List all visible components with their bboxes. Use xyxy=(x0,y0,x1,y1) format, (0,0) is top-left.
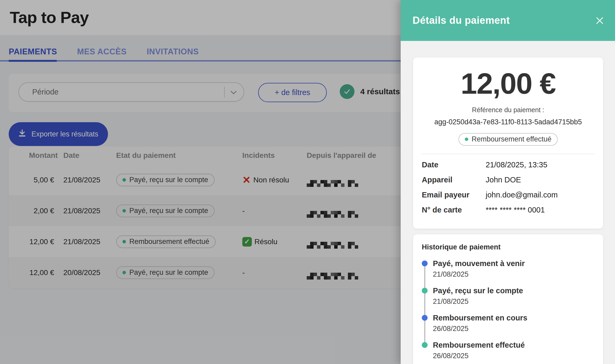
timeline-dot-icon xyxy=(422,342,428,348)
history-item-date: 21/08/2025 xyxy=(433,297,594,306)
status-dot-icon xyxy=(465,138,468,141)
history-timeline: Payé, mouvement à venir 21/08/2025 Payé,… xyxy=(422,259,594,360)
payment-history-card: Historique de paiement Payé, mouvement à… xyxy=(413,234,603,364)
panel-header: Détails du paiement xyxy=(401,0,615,41)
history-item-label: Payé, mouvement à venir xyxy=(433,259,594,268)
divider xyxy=(422,154,594,154)
field-label: Appareil xyxy=(422,176,486,184)
field-row-email: Email payeur john.doe@gmail.com xyxy=(422,191,594,206)
panel-title: Détails du paiement xyxy=(413,15,510,26)
field-row-carte: N° de carte **** **** **** 0001 xyxy=(422,206,594,221)
history-item: Remboursement en cours 26/08/2025 xyxy=(422,314,594,333)
payment-status-badge-label: Remboursement effectué xyxy=(472,135,552,143)
payment-details-panel: Détails du paiement 12,00 € Référence du… xyxy=(401,0,615,364)
field-label: Email payeur xyxy=(422,191,486,199)
history-item-date: 26/08/2025 xyxy=(433,325,594,333)
tap-to-pay-page: Tap to Pay PAIEMENTS MES ACCÈS INVITATIO… xyxy=(0,0,615,364)
payment-amount: 12,00 € xyxy=(422,68,594,99)
payment-reference-value: agg-0250d43a-7e83-11f0-8113-5adad4715bb5 xyxy=(422,118,594,126)
panel-body: 12,00 € Référence du paiement : agg-0250… xyxy=(401,41,615,364)
field-label: N° de carte xyxy=(422,206,486,214)
history-item: Payé, mouvement à venir 21/08/2025 xyxy=(422,259,594,278)
field-row-appareil: Appareil John DOE xyxy=(422,176,594,191)
history-item-label: Remboursement en cours xyxy=(433,314,594,322)
history-item-date: 21/08/2025 xyxy=(433,270,594,278)
history-item: Remboursement effectué 26/08/2025 xyxy=(422,341,594,360)
history-title: Historique de paiement xyxy=(422,243,594,251)
field-value: john.doe@gmail.com xyxy=(486,191,558,199)
timeline-dot-icon xyxy=(422,315,428,321)
history-item-label: Payé, reçu sur le compte xyxy=(433,286,594,295)
payment-status-badge: Remboursement effectué xyxy=(458,133,558,146)
payment-summary-card: 12,00 € Référence du paiement : agg-0250… xyxy=(413,58,603,229)
field-row-date: Date 21/08/2025, 13:35 xyxy=(422,160,594,176)
field-value: **** **** **** 0001 xyxy=(486,206,545,214)
history-item: Payé, reçu sur le compte 21/08/2025 xyxy=(422,286,594,306)
timeline-dot-icon xyxy=(422,261,428,266)
payment-fields: Date 21/08/2025, 13:35 Appareil John DOE… xyxy=(422,160,594,221)
payment-reference-label: Référence du paiement : xyxy=(422,106,594,114)
field-label: Date xyxy=(422,160,486,169)
history-item-label: Remboursement effectué xyxy=(433,341,594,349)
timeline-dot-icon xyxy=(422,288,428,294)
field-value: 21/08/2025, 13:35 xyxy=(486,160,547,169)
close-icon[interactable] xyxy=(593,14,606,27)
history-item-date: 26/08/2025 xyxy=(433,352,594,360)
field-value: John DOE xyxy=(486,176,521,184)
